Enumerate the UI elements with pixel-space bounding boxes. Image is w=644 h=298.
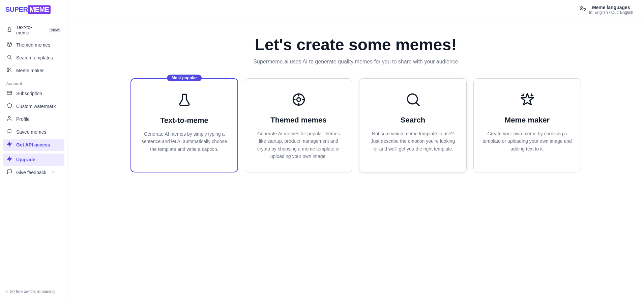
svg-point-13 [8,116,10,118]
most-popular-badge: Most popular [167,75,202,81]
svg-line-5 [10,58,12,59]
card-meme-maker[interactable]: Meme maker Create your own meme by choos… [473,78,581,173]
sidebar-item-subscription-label: Subscription [16,91,42,96]
flask-card-icon [177,92,192,109]
meme-languages-button[interactable]: Meme languages In: English / Out: Englis… [579,5,633,15]
sidebar-item-upgrade-label: Upgrade [16,157,35,162]
credit-icon [6,90,13,97]
sidebar-item-profile[interactable]: Profile [3,113,64,125]
svg-point-1 [8,44,9,44]
card-themed-memes-title: Themed memes [270,116,326,125]
logo-meme: MEME [28,5,51,14]
sidebar-nav: Text-to-meme New Themed memes Search tem… [0,21,67,285]
upgrade-bolt-icon [6,156,13,163]
svg-rect-11 [7,91,11,94]
external-link-icon: ↗ [51,170,55,175]
card-themed-memes[interactable]: Themed memes Generate AI memes for popul… [245,78,352,173]
sidebar-footer: 20 free credits remaining [0,285,67,298]
sidebar-item-saved-memes-label: Saved memes [16,129,46,135]
svg-point-17 [297,98,300,101]
search-icon [6,54,13,61]
sidebar-item-give-feedback-label: Give feedback [16,170,47,175]
feedback-icon [6,169,13,176]
sidebar-item-profile-label: Profile [16,116,30,122]
card-text-to-meme[interactable]: Most popular Text-to-meme Generate AI me… [130,78,238,173]
cards-grid: Most popular Text-to-meme Generate AI me… [120,78,592,186]
svg-line-10 [8,69,9,70]
sidebar: SUPER MEME Text-to-meme New Themed memes… [0,0,67,298]
sidebar-item-themed-memes[interactable]: Themed memes [3,39,64,51]
sidebar-item-search-templates-label: Search templates [16,55,53,60]
card-text-to-meme-desc: Generate AI memes by simply typing a sen… [139,130,229,153]
svg-line-9 [10,71,11,72]
svg-point-2 [10,44,11,44]
search-card-icon [406,92,420,109]
sidebar-item-get-api-access-label: Get API access [16,142,50,147]
translate-icon [579,5,586,15]
svg-point-3 [9,45,10,46]
lang-text: Meme languages In: English / Out: Englis… [589,5,633,15]
card-search-desc: Not sure which meme template to use? Jus… [368,130,458,153]
sidebar-item-text-to-meme[interactable]: Text-to-meme New [3,22,64,38]
sidebar-item-give-feedback[interactable]: Give feedback ↗ [3,166,64,179]
sidebar-item-meme-maker[interactable]: Meme maker [3,64,64,77]
credits-text: 20 free credits remaining [10,289,55,294]
user-icon [6,116,13,123]
scissors-icon [6,67,13,74]
crosshair-card-icon [291,92,306,109]
top-bar: Meme languages In: English / Out: Englis… [67,0,644,20]
hero-title: Let's create some memes! [78,36,633,54]
card-text-to-meme-title: Text-to-meme [160,116,208,125]
hero-section: Let's create some memes! Supermeme.ai us… [67,20,644,78]
card-search-title: Search [401,116,425,125]
credits-dot-icon [5,290,8,293]
card-themed-memes-desc: Generate AI memes for popular themes lik… [253,130,344,160]
hero-subtitle: Supermeme.ai uses AI to generate quality… [78,59,633,65]
sidebar-item-meme-maker-label: Meme maker [16,68,44,73]
card-search[interactable]: Search Not sure which meme template to u… [359,78,467,173]
sidebar-item-saved-memes[interactable]: Saved memes [3,126,64,138]
watermark-icon [6,103,13,110]
card-meme-maker-desc: Create your own meme by choosing a templ… [482,130,573,153]
account-section-label: Account [3,77,64,87]
sidebar-item-search-templates[interactable]: Search templates [3,52,64,64]
sidebar-item-upgrade[interactable]: Upgrade [3,154,64,166]
bookmark-icon [6,129,13,135]
logo: SUPER MEME [0,0,67,21]
flask-icon [6,27,13,33]
main-content: Meme languages In: English / Out: Englis… [67,0,644,298]
sidebar-item-custom-watermark-label: Custom watermark [16,104,56,109]
palette-icon [6,42,13,48]
sidebar-item-text-to-meme-label: Text-to-meme [16,25,44,35]
svg-line-23 [416,102,419,106]
sidebar-item-get-api-access[interactable]: Get API access [3,139,64,151]
lang-detail: In: English / Out: English [589,10,633,15]
svg-marker-14 [7,142,11,146]
new-badge: New [49,28,61,32]
logo-super: SUPER [5,6,28,13]
svg-point-0 [7,42,11,46]
lang-label: Meme languages [589,5,633,10]
bolt-icon [6,141,13,148]
sidebar-item-custom-watermark[interactable]: Custom watermark [3,100,64,112]
sidebar-item-subscription[interactable]: Subscription [3,87,64,100]
svg-marker-15 [7,157,11,161]
sidebar-item-themed-memes-label: Themed memes [16,42,50,48]
sparkle-card-icon [520,92,535,109]
card-meme-maker-title: Meme maker [505,116,550,125]
